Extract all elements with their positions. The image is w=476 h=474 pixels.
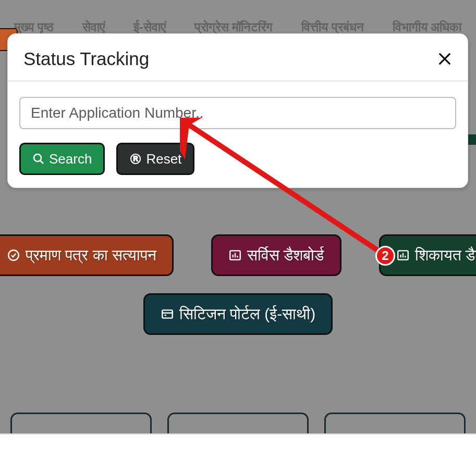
page-footer-blank (0, 433, 476, 474)
nav-item: वित्तीय प्रबंधन (296, 20, 369, 34)
reset-button-label: Reset (146, 151, 181, 167)
search-button-label: Search (49, 151, 92, 167)
svg-point-2 (34, 154, 41, 161)
modal-body: Search R Reset (8, 81, 468, 175)
action-pill-row-2: सिटिजन पोर्टल (ई-साथी) (0, 293, 476, 335)
check-circle-icon (7, 248, 20, 262)
bottom-placeholder-row (0, 413, 476, 433)
verify-certificate-button[interactable]: प्रमाण पत्र का सत्यापन (0, 234, 174, 276)
bar-chart-icon (396, 248, 410, 262)
application-number-input[interactable] (19, 97, 456, 129)
svg-text:R: R (133, 155, 138, 163)
placeholder-pill (324, 413, 466, 433)
nav-item: प्रोग्रेस मॉनिटरिंग (189, 20, 278, 34)
svg-line-3 (40, 160, 43, 164)
nav-item: ई-सेवाएं (128, 20, 171, 34)
svg-point-6 (8, 250, 19, 260)
modal-header: Status Tracking (8, 34, 468, 81)
svg-rect-15 (162, 310, 173, 318)
citizen-portal-label: सिटिजन पोर्टल (ई-साथी) (179, 305, 316, 323)
modal-title: Status Tracking (23, 48, 149, 69)
search-icon (32, 153, 45, 165)
status-tracking-modal: Status Tracking Search (7, 33, 468, 188)
bar-chart-icon (228, 248, 242, 262)
button-row: Search R Reset (19, 143, 456, 175)
service-dashboard-button[interactable]: सर्विस डैशबोर्ड (211, 234, 341, 276)
nav-item: विभागीय अधिका (387, 20, 467, 34)
nav-item: सेवाएं (77, 20, 110, 34)
portal-icon (161, 307, 174, 321)
complaint-dashboard-label: शिकायत डैश (415, 246, 476, 265)
reset-icon: R (129, 153, 142, 165)
service-dashboard-label: सर्विस डैशबोर्ड (247, 246, 324, 265)
placeholder-pill (167, 413, 309, 433)
close-icon[interactable] (437, 52, 452, 66)
placeholder-pill (10, 413, 152, 433)
action-pill-row: प्रमाण पत्र का सत्यापन सर्विस डैशबोर्ड श… (0, 234, 476, 276)
citizen-portal-button[interactable]: सिटिजन पोर्टल (ई-साथी) (143, 293, 333, 335)
reset-button[interactable]: R Reset (116, 143, 194, 175)
annotation-badge: 2 (375, 246, 395, 266)
search-button[interactable]: Search (19, 143, 105, 175)
verify-certificate-label: प्रमाण पत्र का सत्यापन (26, 246, 156, 265)
